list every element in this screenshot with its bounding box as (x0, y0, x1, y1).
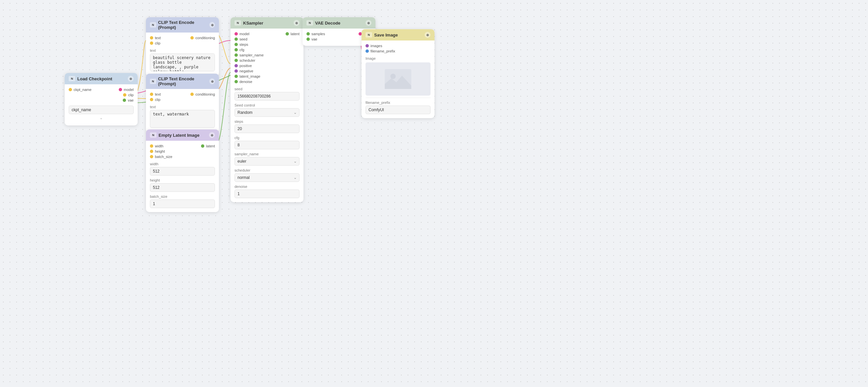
port-label-clip: clip (155, 41, 160, 45)
port-label-height: height (155, 149, 165, 153)
port-dot-filename-prefix (366, 50, 369, 53)
port-label-filename-prefix: filename_prefix (371, 49, 395, 53)
close-button[interactable]: ⊕ (128, 76, 134, 82)
node-title: CLIP Text Encode (Prompt) (158, 76, 210, 86)
node-icon: N (150, 132, 157, 138)
port-dot-vae (307, 37, 310, 41)
node-icon: N (235, 20, 241, 26)
empty-latent-header: N Empty Latent Image ⊕ (146, 129, 219, 141)
port-label-cfg: cfg (240, 48, 244, 52)
field-label-seed-control: Seed control (235, 103, 300, 107)
width-input[interactable] (150, 167, 215, 176)
node-title: KSampler (243, 21, 264, 26)
height-input[interactable] (150, 183, 215, 192)
field-label-text: text (150, 49, 215, 53)
divider (366, 97, 431, 98)
text-input-2[interactable]: text, watermark (150, 110, 215, 128)
clip-text-encode-1-node: N CLIP Text Encode (Prompt) ⊕ text condi… (146, 17, 219, 76)
port-dot-model (235, 32, 238, 35)
clip-encode-2-header: N CLIP Text Encode (Prompt) ⊕ (146, 74, 219, 89)
port-dot-batch-size (150, 155, 153, 158)
port-dot-width (150, 144, 153, 148)
steps-input[interactable] (235, 124, 300, 133)
node-title: Empty Latent Image (159, 133, 200, 138)
port-label-vae: vae (128, 98, 134, 102)
port-dot-clip (150, 41, 153, 45)
port-dot-negative (235, 69, 238, 73)
field-label-denoise: denoise (235, 184, 300, 188)
close-button[interactable]: ⊕ (293, 20, 300, 26)
denoise-input[interactable] (235, 189, 300, 198)
port-dot-ckpt-name (69, 88, 72, 91)
port-dot-latent-out (286, 32, 289, 35)
ckpt-name-input[interactable] (69, 106, 134, 114)
port-label-denoise: denoise (240, 80, 252, 84)
port-label-images: images (371, 44, 382, 48)
field-label-cfg: cfg (235, 136, 300, 140)
close-button[interactable]: ⊕ (209, 132, 215, 138)
filename-prefix-input[interactable] (366, 106, 431, 114)
text-input-1[interactable]: beautiful scenery nature glass bottle la… (150, 54, 215, 71)
port-label-positive: positive (240, 64, 252, 68)
port-label-batch-size: batch_size (155, 155, 173, 159)
node-title: VAE Decode (315, 21, 340, 26)
close-button[interactable]: ⊕ (425, 32, 431, 38)
port-dot-latent (201, 144, 204, 148)
seed-control-select[interactable]: Random Fixed Increment (235, 108, 300, 117)
port-dot-sampler-name (235, 54, 238, 57)
port-label-model: model (124, 88, 134, 92)
ksampler-node: N KSampler ⊕ model latent seed steps (230, 17, 304, 202)
port-label-vae: vae (311, 37, 317, 41)
port-label-width: width (155, 144, 163, 148)
field-label-width: width (150, 162, 215, 166)
port-dot-samples (307, 32, 310, 35)
close-button[interactable]: ⊕ (209, 78, 215, 84)
seed-input[interactable] (235, 92, 300, 100)
node-title: CLIP Text Encode (Prompt) (158, 20, 210, 30)
empty-latent-image-node: N Empty Latent Image ⊕ width latent heig… (146, 129, 219, 212)
node-icon: N (150, 22, 156, 28)
node-icon: N (307, 20, 313, 26)
port-dot-vae (123, 98, 126, 102)
cfg-input[interactable] (235, 141, 300, 149)
port-label-model: model (240, 32, 249, 36)
load-checkpoint-node: N Load Checkpoint ⊕ ckpt_name model clip (65, 73, 137, 125)
clip-encode-1-header: N CLIP Text Encode (Prompt) ⊕ (146, 17, 219, 32)
port-dot-height (150, 150, 153, 153)
ksampler-header: N KSampler ⊕ (230, 17, 304, 29)
field-label-seed: seed (235, 87, 300, 91)
port-dot-images (366, 44, 369, 48)
field-label-steps: steps (235, 119, 300, 123)
collapse-arrow[interactable]: ⌄ (69, 114, 134, 121)
node-icon: N (150, 79, 156, 84)
node-icon: N (366, 32, 372, 37)
field-label-filename: filename_prefix (366, 100, 431, 105)
port-dot-positive (235, 64, 238, 67)
port-dot-clip (123, 93, 126, 97)
field-label-scheduler: scheduler (235, 168, 300, 172)
close-button[interactable]: ⊕ (209, 22, 215, 28)
batch-size-input[interactable] (150, 200, 215, 208)
port-dot-cfg (235, 48, 238, 52)
scheduler-select[interactable]: normal karras exponential simple (235, 173, 300, 182)
port-dot-seed (235, 37, 238, 41)
port-label-seed: seed (240, 37, 247, 41)
port-label-latent-out: latent (290, 32, 300, 36)
save-image-node: N Save Image ⊕ images filename_prefix Im… (362, 29, 434, 118)
port-dot-conditioning (190, 36, 194, 39)
port-label-latent-image: latent_image (240, 75, 260, 78)
node-title: Load Checkpoint (77, 76, 112, 81)
svg-point-1 (391, 74, 396, 79)
port-label-clip: clip (155, 97, 160, 101)
port-label-conditioning: conditioning (195, 92, 215, 96)
sampler-name-select[interactable]: euler euler_ancestral heun dpm_2 (235, 157, 300, 166)
port-label-negative: negative (240, 69, 253, 73)
port-label-steps: steps (240, 42, 248, 47)
save-image-header: N Save Image ⊕ (362, 29, 434, 40)
close-button[interactable]: ⊕ (366, 20, 371, 26)
port-dot-denoise (235, 80, 238, 83)
port-label-samples: samples (311, 32, 325, 36)
image-preview (366, 62, 431, 96)
port-dot-conditioning (190, 93, 194, 96)
field-label-text2: text (150, 105, 215, 109)
